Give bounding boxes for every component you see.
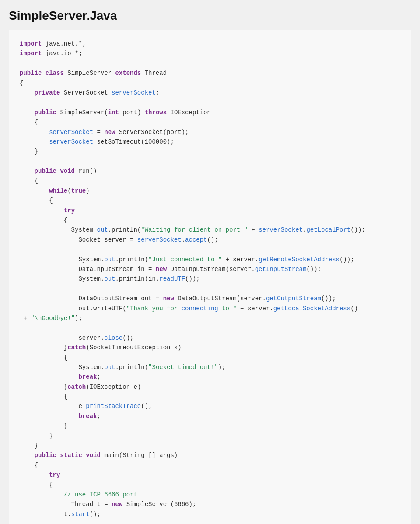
page-title: SimpleServer.Java bbox=[9, 9, 411, 23]
code-container: import java.net.*; import java.io.*; pub… bbox=[9, 30, 411, 524]
